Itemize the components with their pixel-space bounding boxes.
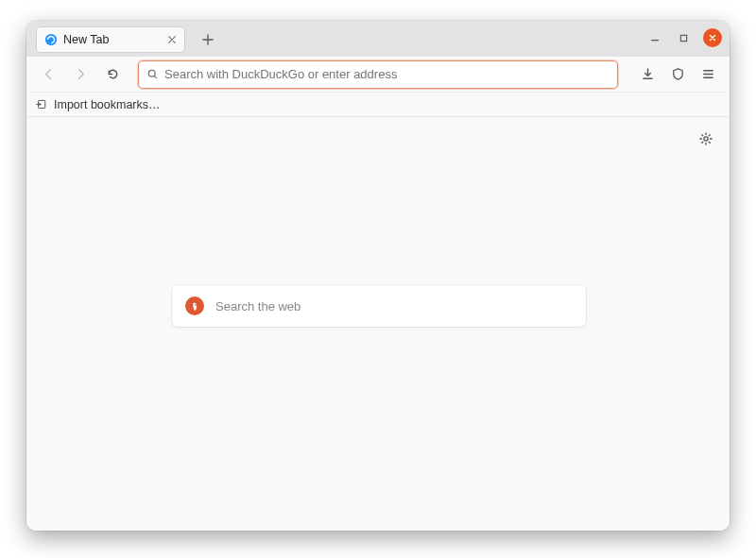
bookmarks-toolbar: Import bookmarks… bbox=[26, 93, 730, 117]
newtab-search-box[interactable]: Search the web bbox=[172, 285, 586, 327]
newtab-search-placeholder: Search the web bbox=[215, 299, 301, 313]
browser-window: New Tab bbox=[26, 21, 730, 531]
window-controls bbox=[646, 28, 722, 47]
import-bookmarks-icon bbox=[36, 98, 48, 110]
forward-button[interactable] bbox=[68, 62, 93, 87]
reload-button[interactable] bbox=[100, 62, 125, 87]
page-content: Search the web bbox=[26, 117, 730, 531]
downloads-button[interactable] bbox=[635, 62, 660, 87]
address-bar[interactable] bbox=[138, 60, 618, 89]
tab-active[interactable]: New Tab bbox=[36, 26, 185, 53]
address-input[interactable] bbox=[164, 67, 610, 81]
tab-strip: New Tab bbox=[26, 21, 730, 57]
tab-title: New Tab bbox=[63, 33, 160, 46]
tab-close-button[interactable] bbox=[165, 33, 179, 46]
navigation-toolbar bbox=[26, 57, 730, 93]
back-button[interactable] bbox=[36, 62, 60, 87]
search-icon bbox=[146, 68, 159, 80]
import-bookmarks-button[interactable]: Import bookmarks… bbox=[54, 98, 161, 111]
window-minimize-button[interactable] bbox=[646, 29, 663, 46]
firefox-favicon-icon bbox=[44, 33, 58, 46]
customize-newtab-button[interactable] bbox=[696, 128, 716, 149]
shield-icon[interactable] bbox=[665, 62, 690, 87]
new-tab-button[interactable] bbox=[195, 26, 221, 53]
svg-rect-1 bbox=[680, 35, 686, 41]
window-close-button[interactable] bbox=[703, 28, 722, 47]
window-maximize-button[interactable] bbox=[675, 29, 692, 46]
svg-point-4 bbox=[704, 137, 708, 141]
duckduckgo-icon bbox=[185, 296, 204, 315]
svg-point-6 bbox=[195, 304, 196, 305]
app-menu-button[interactable] bbox=[696, 62, 720, 87]
